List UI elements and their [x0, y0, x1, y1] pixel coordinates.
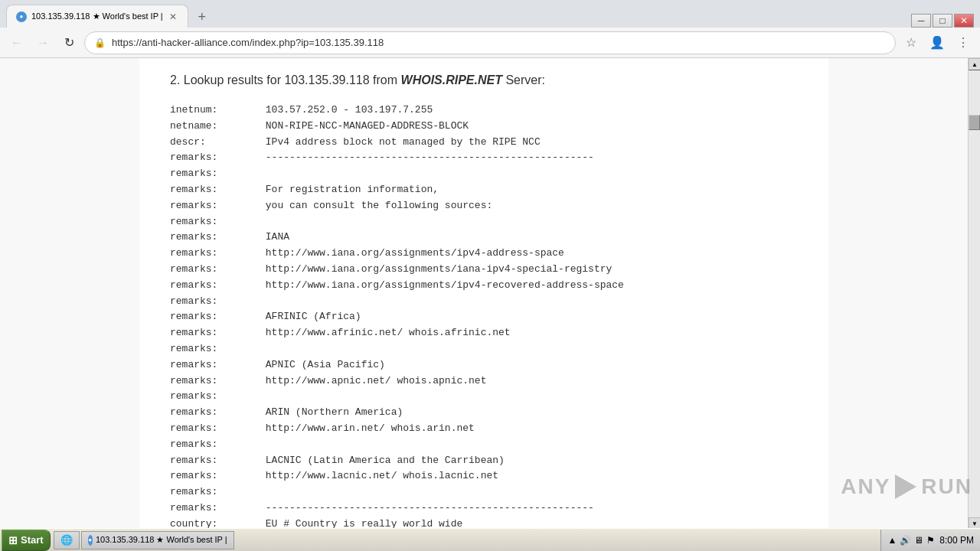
taskbar-tab-favicon: ● [88, 535, 93, 546]
scrollbar-track [969, 70, 980, 517]
window-controls: ─ □ ✕ [911, 14, 980, 28]
page-inner: 2. Lookup results for 103.135.39.118 fro… [139, 58, 828, 530]
taskbar-right: ▲ 🔊 🖥 ⚑ 8:00 PM [880, 530, 980, 551]
profile-button[interactable]: 👤 [926, 32, 948, 54]
forward-button[interactable]: → [32, 32, 54, 54]
close-button[interactable]: ✕ [954, 14, 974, 28]
reload-button[interactable]: ↻ [58, 32, 80, 54]
anyrun-text-any: ANY [841, 474, 890, 499]
server-name: WHOIS.RIPE.NET [401, 73, 502, 86]
taskbar-middle: 🌐 ● 103.135.39.118 ★ World's best IP | [51, 531, 881, 549]
toolbar-icons: ☆ 👤 ⋮ [900, 32, 974, 54]
scrollbar: ▲ ▼ [968, 58, 980, 530]
taskbar-chrome-tab[interactable]: ● 103.135.39.118 ★ World's best IP | [81, 531, 234, 549]
new-tab-button[interactable]: + [191, 6, 213, 28]
whois-data: inetnum: 103.57.252.0 - 103.197.7.255 ne… [170, 103, 798, 530]
bookmark-button[interactable]: ☆ [900, 32, 922, 54]
taskbar: ⊞ Start 🌐 ● 103.135.39.118 ★ World's bes… [0, 528, 980, 551]
tab-title-1: 103.135.39.118 ★ World's best IP | [31, 11, 163, 21]
heading-suffix: Server: [502, 73, 545, 86]
anyrun-play-icon [895, 474, 916, 499]
tray-network-icon: 🖥 [914, 535, 923, 546]
start-label: Start [21, 534, 44, 546]
anyrun-text-run: RUN [921, 474, 972, 499]
address-bar[interactable]: 🔒 [84, 31, 896, 54]
tray-flag-icon: ⚑ [926, 535, 935, 546]
maximize-button[interactable]: □ [933, 14, 952, 28]
whois-heading: 2. Lookup results for 103.135.39.118 fro… [170, 73, 798, 87]
ie-icon: 🌐 [60, 534, 73, 546]
chrome-toolbar: ← → ↻ 🔒 ☆ 👤 ⋮ [0, 28, 980, 58]
tab-close-button[interactable]: ✕ [168, 11, 178, 22]
page-content: 2. Lookup results for 103.135.39.118 fro… [0, 58, 980, 530]
minimize-button[interactable]: ─ [911, 14, 931, 28]
lock-icon: 🔒 [94, 37, 106, 48]
tray-icon-up: ▲ [887, 535, 897, 546]
taskbar-tab-title: 103.135.39.118 ★ World's best IP | [96, 535, 227, 545]
browser-tab-1[interactable]: ● 103.135.39.118 ★ World's best IP | ✕ [6, 5, 188, 28]
ie-icon-btn[interactable]: 🌐 [54, 531, 80, 549]
chrome-window: ● 103.135.39.118 ★ World's best IP | ✕ +… [0, 0, 980, 530]
tray-volume-icon: 🔊 [900, 535, 911, 546]
start-logo-icon: ⊞ [8, 534, 18, 546]
start-button[interactable]: ⊞ Start [2, 530, 51, 551]
back-button[interactable]: ← [6, 32, 28, 54]
menu-button[interactable]: ⋮ [952, 32, 974, 54]
taskbar-time: 8:00 PM [939, 535, 974, 546]
anyrun-watermark: ANY RUN [841, 474, 972, 499]
chrome-title-bar: ● 103.135.39.118 ★ World's best IP | ✕ +… [0, 0, 980, 28]
scrollbar-up-button[interactable]: ▲ [969, 58, 980, 70]
scrollbar-thumb[interactable] [969, 115, 980, 130]
heading-text: 2. Lookup results for 103.135.39.118 fro… [170, 73, 401, 86]
tray-icons: ▲ 🔊 🖥 ⚑ [887, 535, 935, 546]
tab-favicon: ● [16, 11, 27, 22]
url-input[interactable] [112, 37, 886, 48]
